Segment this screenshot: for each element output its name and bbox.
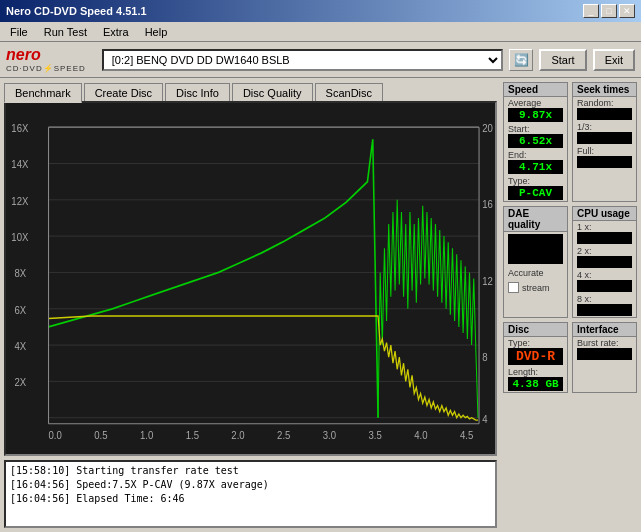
speed-type-row: Type: P-CAV [504,175,567,201]
dae-stream-row: stream [504,280,567,295]
chart-svg: 16X 14X 12X 10X 8X 6X 4X 2X 20 16 12 8 4… [6,103,495,454]
tab-create-disc[interactable]: Create Disc [84,83,163,103]
burst-label: Burst rate: [577,338,632,348]
seek-random-value [577,108,632,120]
svg-text:2X: 2X [15,377,27,389]
log-line-2: [16:04:56] Speed:7.5X P-CAV (9.87X avera… [10,478,491,492]
burst-value [577,348,632,360]
cpu-1x-row: 1 x: [573,221,636,245]
speed-average-label: Average [508,98,563,108]
drive-selector[interactable]: [0:2] BENQ DVD DD DW1640 BSLB [102,49,504,71]
tab-disc-quality[interactable]: Disc Quality [232,83,313,103]
speed-section: Speed Average 9.87x Start: 6.52x End: 4.… [503,82,568,202]
dae-checkbox[interactable] [508,282,519,293]
menu-extra[interactable]: Extra [97,25,135,39]
logo-nero: nero [6,46,41,64]
refresh-button[interactable]: 🔄 [509,49,533,71]
disc-type-label: Type: [508,338,563,348]
seek-full-value [577,156,632,168]
cpu-4x-value [577,280,632,292]
tab-disc-info[interactable]: Disc Info [165,83,230,103]
svg-text:16: 16 [482,199,493,211]
cpu-4x-row: 4 x: [573,269,636,293]
cpu-2x-label: 2 x: [577,246,632,256]
menu-help[interactable]: Help [139,25,174,39]
cpu-2x-value [577,256,632,268]
disc-length-row: Length: 4.38 GB [504,366,567,392]
log-area: [15:58:10] Starting transfer rate test [… [4,460,497,528]
cpu-4x-label: 4 x: [577,270,632,280]
disc-length-value: 4.38 GB [508,377,563,391]
svg-text:1.0: 1.0 [140,430,154,442]
speed-type-value: P-CAV [508,186,563,200]
speed-start-label: Start: [508,124,563,134]
seek-random-label: Random: [577,98,632,108]
dae-accurate-label: Accurate [508,268,544,278]
disc-length-label: Length: [508,367,563,377]
svg-text:4X: 4X [15,340,27,352]
dae-section: DAE quality Accurate stream [503,206,568,318]
interface-title: Interface [573,323,636,337]
cpu-8x-row: 8 x: [573,293,636,317]
svg-text:14X: 14X [11,159,28,171]
speed-average-row: Average 9.87x [504,97,567,123]
cpu-8x-value [577,304,632,316]
cpu-1x-label: 1 x: [577,222,632,232]
tab-scan-disc[interactable]: ScanDisc [315,83,383,103]
svg-text:0.0: 0.0 [49,430,63,442]
cpu-title: CPU usage [573,207,636,221]
minimize-button[interactable]: _ [583,4,599,18]
menu-bar: File Run Test Extra Help [0,22,641,42]
left-panel: Benchmark Create Disc Disc Info Disc Qua… [0,78,501,532]
menu-file[interactable]: File [4,25,34,39]
svg-text:4.5: 4.5 [460,430,474,442]
logo-sub: CD·DVD⚡SPEED [6,64,86,73]
disc-type-row: Type: DVD-R [504,337,567,366]
logo: nero CD·DVD⚡SPEED [6,46,86,73]
dae-accurate-row: Accurate [504,266,567,280]
cpu-8x-label: 8 x: [577,294,632,304]
speed-average-value: 9.87x [508,108,563,122]
svg-text:8X: 8X [15,268,27,280]
maximize-button[interactable]: □ [601,4,617,18]
svg-text:8: 8 [482,351,488,363]
burst-rate-row: Burst rate: [573,337,636,361]
svg-text:20: 20 [482,122,493,134]
title-bar-controls: _ □ ✕ [583,4,635,18]
svg-text:1.5: 1.5 [186,430,200,442]
svg-rect-0 [6,103,495,454]
svg-text:12X: 12X [11,195,28,207]
disc-section: Disc Type: DVD-R Length: 4.38 GB [503,322,568,393]
toolbar: nero CD·DVD⚡SPEED [0:2] BENQ DVD DD DW16… [0,42,641,78]
seek-spacer [573,169,636,183]
seek-full-label: Full: [577,146,632,156]
svg-text:2.0: 2.0 [231,430,245,442]
svg-text:3.0: 3.0 [323,430,337,442]
svg-text:4: 4 [482,413,488,425]
seek-full-row: Full: [573,145,636,169]
tab-bar: Benchmark Create Disc Disc Info Disc Qua… [4,82,497,102]
svg-text:12: 12 [482,275,493,287]
speed-start-row: Start: 6.52x [504,123,567,149]
start-button[interactable]: Start [539,49,586,71]
exit-button[interactable]: Exit [593,49,635,71]
close-button[interactable]: ✕ [619,4,635,18]
log-line-3: [16:04:56] Elapsed Time: 6:46 [10,492,491,506]
window-title: Nero CD-DVD Speed 4.51.1 [6,5,147,17]
disc-title: Disc [504,323,567,337]
seek-third-row: 1/3: [573,121,636,145]
dae-title: DAE quality [504,207,567,232]
right-panel: Speed Average 9.87x Start: 6.52x End: 4.… [501,78,641,532]
svg-text:3.5: 3.5 [368,430,382,442]
dae-bar [508,234,563,264]
svg-text:10X: 10X [11,231,28,243]
speed-end-value: 4.71x [508,160,563,174]
dae-stream-label: stream [522,283,550,293]
svg-text:6X: 6X [15,304,27,316]
svg-text:4.0: 4.0 [414,430,428,442]
speed-end-row: End: 4.71x [504,149,567,175]
tab-benchmark[interactable]: Benchmark [4,83,82,103]
log-line-1: [15:58:10] Starting transfer rate test [10,464,491,478]
cpu-section: CPU usage 1 x: 2 x: 4 x: 8 x: [572,206,637,318]
menu-run-test[interactable]: Run Test [38,25,93,39]
